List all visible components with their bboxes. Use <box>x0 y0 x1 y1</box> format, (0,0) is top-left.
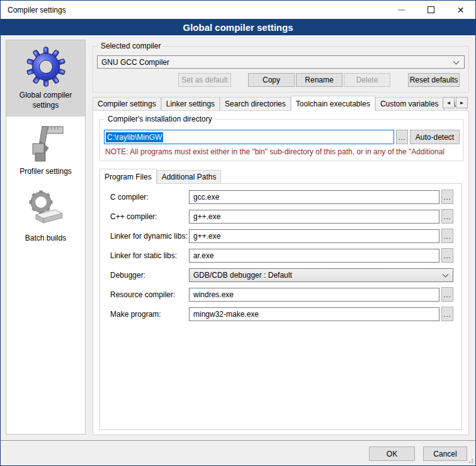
tab-scroll-buttons: ◄ ► <box>443 97 468 108</box>
field-row-resource-compiler: Resource compiler: windres.exe ... <box>110 287 453 302</box>
sidebar-item-global-compiler-settings[interactable]: Global compiler settings <box>6 40 85 116</box>
reset-defaults-button[interactable]: Reset defaults <box>408 73 460 87</box>
tab-toolchain-executables[interactable]: Toolchain executables <box>291 96 375 111</box>
arrow-left-icon: ◄ <box>446 100 451 106</box>
selected-text: C:\raylib\MinGW <box>106 132 163 142</box>
page-title: Global compiler settings <box>183 22 293 33</box>
field-value: g++.exe <box>193 212 220 221</box>
cpp-compiler-browse-button[interactable]: ... <box>441 209 453 224</box>
make-program-browse-button[interactable]: ... <box>441 307 453 321</box>
maximize-button[interactable] <box>416 1 446 19</box>
rename-button[interactable]: Rename <box>296 73 343 87</box>
delete-button[interactable]: Delete <box>344 73 390 87</box>
set-as-default-button[interactable]: Set as default <box>178 73 231 87</box>
field-label: Linker for static libs: <box>110 251 189 260</box>
arrow-right-icon: ► <box>460 100 465 106</box>
sidebar: Global compiler settings Profiler settin… <box>6 40 86 435</box>
copy-button[interactable]: Copy <box>248 73 295 87</box>
dynamic-linker-input[interactable]: g++.exe <box>189 229 439 243</box>
caliper-icon <box>26 123 66 163</box>
field-value: windres.exe <box>193 290 234 299</box>
tab-compiler-settings[interactable]: Compiler settings <box>93 97 161 110</box>
titlebar: Compiler settings ✕ <box>1 1 475 19</box>
resize-grip-icon[interactable] <box>467 457 473 463</box>
tab-additional-paths[interactable]: Additional Paths <box>157 170 222 183</box>
gear-stack-icon <box>26 190 66 230</box>
sidebar-item-profiler-settings[interactable]: Profiler settings <box>6 116 85 183</box>
resource-compiler-browse-button[interactable]: ... <box>441 287 453 302</box>
sidebar-item-label: Profiler settings <box>20 167 72 177</box>
installation-directory-group: Compiler's installation directory C:\ray… <box>99 119 463 161</box>
settings-tabstrip: Compiler settings Linker settings Search… <box>93 95 469 110</box>
make-program-input[interactable]: mingw32-make.exe <box>189 307 439 321</box>
main-area: Selected compiler GNU GCC Compiler Set a… <box>93 40 469 435</box>
cancel-button[interactable]: Cancel <box>423 446 467 461</box>
field-value: GDB/CDB debugger : Default <box>193 271 292 280</box>
field-value: ar.exe <box>193 251 214 260</box>
tab-linker-settings[interactable]: Linker settings <box>161 97 220 110</box>
dynamic-linker-browse-button[interactable]: ... <box>441 229 453 243</box>
chevron-down-icon <box>453 58 460 64</box>
sidebar-item-batch-builds[interactable]: Batch builds <box>6 183 85 250</box>
field-row-make-program: Make program: mingw32-make.exe ... <box>110 307 453 321</box>
field-label: Debugger: <box>110 271 189 280</box>
toolchain-executables-panel: Compiler's installation directory C:\ray… <box>93 110 469 435</box>
tab-search-directories[interactable]: Search directories <box>220 97 291 110</box>
footer-divider <box>1 440 475 441</box>
field-value: gcc.exe <box>193 193 219 202</box>
maximize-icon <box>428 6 434 13</box>
group-label: Compiler's installation directory <box>105 115 215 123</box>
field-label: C++ compiler: <box>110 212 189 221</box>
tab-program-files[interactable]: Program Files <box>99 169 157 184</box>
sidebar-item-label: Batch builds <box>25 234 66 244</box>
chevron-down-icon <box>443 271 449 277</box>
tab-custom-variables[interactable]: Custom variables <box>375 97 444 110</box>
compiler-actions: Set as default Copy Rename Delete Reset … <box>97 73 460 87</box>
field-value: g++.exe <box>193 232 220 241</box>
compiler-settings-dialog: Compiler settings ✕ Global compiler sett… <box>0 0 476 466</box>
directory-browse-button[interactable]: ... <box>396 130 408 144</box>
field-row-static-linker: Linker for static libs: ar.exe ... <box>110 248 453 263</box>
field-label: Resource compiler: <box>110 290 189 299</box>
note-text: NOTE: All programs must exist either in … <box>105 147 458 156</box>
field-row-debugger: Debugger: GDB/CDB debugger : Default <box>110 268 453 282</box>
sidebar-item-label: Global compiler settings <box>9 91 82 110</box>
compiler-select[interactable]: GNU GCC Compiler <box>97 55 465 69</box>
c-compiler-browse-button[interactable]: ... <box>441 190 453 204</box>
program-files-panel: C compiler: gcc.exe ... C++ compiler: g+… <box>99 183 462 430</box>
cpp-compiler-input[interactable]: g++.exe <box>189 210 439 224</box>
debugger-select[interactable]: GDB/CDB debugger : Default <box>189 268 453 282</box>
field-row-dynamic-linker: Linker for dynamic libs: g++.exe ... <box>110 229 453 243</box>
gear-blue-icon <box>26 47 66 87</box>
field-row-cpp-compiler: C++ compiler: g++.exe ... <box>110 209 453 224</box>
field-label: Make program: <box>110 310 189 319</box>
ok-button[interactable]: OK <box>369 446 415 461</box>
tab-scroll-left-button[interactable]: ◄ <box>443 97 455 108</box>
directory-row: C:\raylib\MinGW ... Auto-detect <box>104 130 460 144</box>
selected-compiler-group: Selected compiler GNU GCC Compiler Set a… <box>93 46 469 93</box>
close-button[interactable]: ✕ <box>446 1 475 19</box>
field-row-c-compiler: C compiler: gcc.exe ... <box>110 190 453 204</box>
window-controls: ✕ <box>387 1 475 19</box>
field-value: mingw32-make.exe <box>193 310 259 319</box>
c-compiler-input[interactable]: gcc.exe <box>189 190 439 204</box>
minimize-icon <box>398 9 405 11</box>
static-linker-browse-button[interactable]: ... <box>441 248 453 263</box>
compiler-select-value: GNU GCC Compiler <box>101 58 169 67</box>
group-label: Selected compiler <box>98 42 163 50</box>
field-label: C compiler: <box>110 193 189 202</box>
tab-scroll-right-button[interactable]: ► <box>456 97 468 108</box>
dialog-header: Global compiler settings <box>1 19 475 35</box>
program-tabstrip: Program Files Additional Paths <box>99 168 468 183</box>
window-title: Compiler settings <box>1 6 66 14</box>
field-label: Linker for dynamic libs: <box>110 232 189 241</box>
static-linker-input[interactable]: ar.exe <box>189 249 439 263</box>
minimize-button[interactable] <box>387 1 416 19</box>
resource-compiler-input[interactable]: windres.exe <box>189 288 439 302</box>
auto-detect-button[interactable]: Auto-detect <box>410 130 460 144</box>
close-icon: ✕ <box>457 6 465 14</box>
installation-directory-input[interactable]: C:\raylib\MinGW <box>104 130 394 144</box>
